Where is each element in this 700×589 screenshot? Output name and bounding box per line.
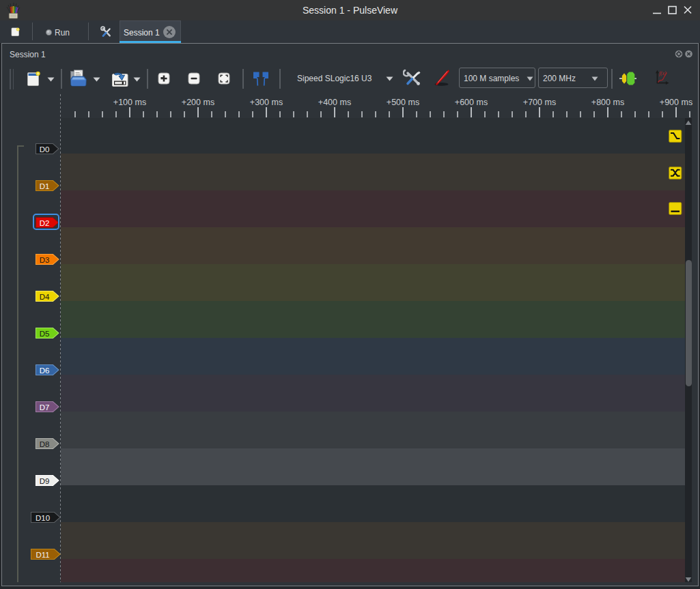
svg-text:D5: D5 bbox=[40, 329, 50, 337]
svg-text:D0: D0 bbox=[40, 145, 50, 153]
svg-text:D11: D11 bbox=[36, 550, 49, 558]
svg-text:D1: D1 bbox=[40, 182, 50, 190]
svg-text:D4: D4 bbox=[40, 292, 50, 300]
svg-text:D10: D10 bbox=[35, 513, 49, 521]
svg-text:D8: D8 bbox=[40, 440, 50, 448]
svg-text:D3: D3 bbox=[40, 255, 50, 263]
svg-text:D7: D7 bbox=[40, 403, 50, 411]
svg-text:f(x): f(x) bbox=[659, 70, 667, 76]
svg-text:D6: D6 bbox=[40, 366, 50, 374]
svg-text:D9: D9 bbox=[40, 476, 50, 485]
